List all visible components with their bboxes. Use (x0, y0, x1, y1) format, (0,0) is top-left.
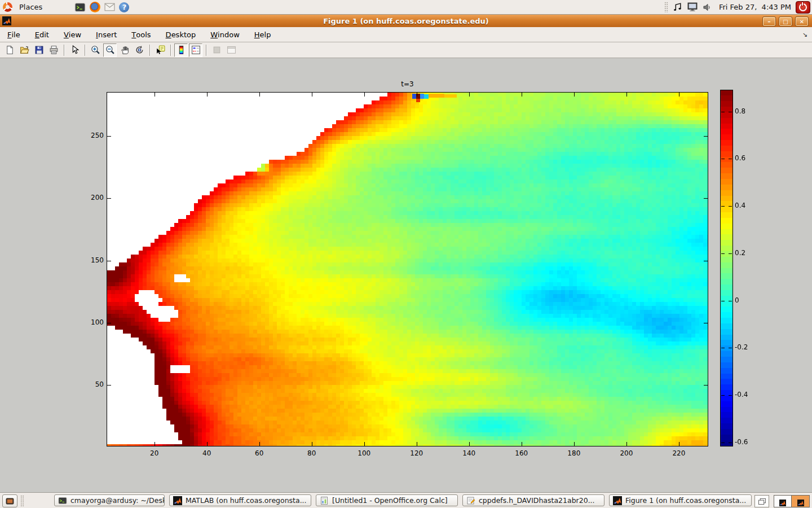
menu-insert[interactable]: Insert (89, 27, 124, 42)
axis-tick (312, 442, 312, 446)
axis-tick (417, 442, 417, 446)
y-tick-label: 150 (82, 256, 104, 264)
maximize-button[interactable]: □ (779, 16, 792, 27)
panel-launchers: ? (73, 1, 131, 14)
task-button[interactable]: cmayorga@ardusy: ~/Desktop (54, 494, 165, 506)
axis-tick (721, 159, 725, 159)
x-tick-label: 220 (667, 449, 691, 457)
minimize-button[interactable]: – (762, 16, 776, 27)
applet-drag-handle[interactable] (664, 2, 668, 12)
firefox-launcher-icon[interactable] (89, 1, 101, 14)
distro-logo-icon[interactable] (3, 2, 12, 12)
axis-tick (729, 301, 732, 301)
matlab-icon (797, 498, 804, 505)
editor-icon (466, 496, 475, 505)
figure-toolbar (0, 42, 812, 58)
menu-overflow-arrow[interactable]: ↘ (802, 31, 807, 38)
insert-colorbar-button[interactable] (174, 43, 188, 57)
axis-tick (729, 159, 732, 159)
axis-tick (469, 442, 470, 446)
axis-tick (729, 395, 732, 396)
volume-tray-icon[interactable] (701, 1, 713, 14)
terminal-launcher-icon[interactable] (74, 1, 86, 14)
colorbar-tick-label: -0.4 (735, 391, 757, 398)
top-panel: ApplicationsPlacesSystem ? Fri Feb 27, 4… (0, 0, 812, 15)
zoom-out-button[interactable] (103, 43, 117, 57)
axis-tick (574, 93, 575, 97)
taskbar-drag-handle[interactable] (20, 495, 24, 506)
task-button[interactable]: MATLAB (on huff.coas.oregonsta... (169, 494, 311, 506)
axis-tick (364, 442, 365, 446)
task-button-label: [Untitled1 - OpenOffice.org Calc] (332, 496, 448, 505)
zoom-in-button[interactable] (89, 43, 102, 57)
colorbar-tick-label: 0.4 (735, 202, 757, 209)
y-tick-label: 250 (82, 132, 104, 139)
workspace-2[interactable] (792, 496, 809, 507)
axis-tick (721, 206, 725, 207)
axis-tick (626, 442, 627, 446)
edit-plot-pointer-button[interactable] (68, 43, 81, 57)
display-tray-icon[interactable] (686, 1, 699, 14)
open-file-button[interactable] (17, 43, 31, 57)
music-tray-icon[interactable] (672, 1, 684, 14)
matlab-icon (779, 498, 786, 505)
menu-desktop[interactable]: Desktop (158, 27, 204, 42)
show-plot-tools-button (224, 43, 238, 57)
close-button[interactable]: ✕ (795, 16, 809, 27)
task-button[interactable]: [Untitled1 - OpenOffice.org Calc] (316, 494, 458, 506)
insert-legend-button[interactable] (189, 43, 202, 57)
toolbar-separator (149, 45, 150, 56)
print-figure-button[interactable] (47, 43, 60, 57)
axis-tick (704, 323, 708, 323)
axis-tick (704, 385, 708, 386)
axis-tick (107, 136, 111, 137)
axis-tick (729, 348, 732, 348)
clock[interactable]: Fri Feb 27, 4:43 PM (714, 3, 796, 11)
toolbar-separator (64, 45, 64, 56)
x-tick-label: 60 (247, 449, 272, 457)
new-figure-button[interactable] (3, 43, 16, 57)
task-button-label: cmayorga@ardusy: ~/Desktop (70, 496, 165, 505)
menu-tools[interactable]: Tools (124, 27, 158, 42)
axis-tick (721, 348, 725, 348)
axis-tick (107, 323, 111, 323)
window-titlebar[interactable]: Figure 1 (on huff.coas.oregonstate.edu) … (0, 15, 812, 27)
axis-tick (729, 443, 732, 443)
tray-icons (670, 1, 714, 14)
heatmap-canvas[interactable] (107, 93, 708, 446)
power-button[interactable] (796, 1, 810, 14)
axis-tick (155, 93, 155, 97)
email-launcher-icon[interactable] (103, 1, 116, 14)
axis-tick (207, 93, 208, 97)
window-title: Figure 1 (on huff.coas.oregonstate.edu) (0, 17, 812, 25)
data-cursor-button[interactable] (153, 43, 167, 57)
menu-help[interactable]: Help (247, 27, 279, 42)
axis-tick (704, 198, 708, 199)
show-desktop-button[interactable] (2, 494, 17, 507)
save-figure-button[interactable] (32, 43, 46, 57)
task-button[interactable]: cppdefs.h_DAVIDhasta21abr20... (462, 494, 604, 506)
axis-tick (729, 206, 732, 207)
help-launcher-icon[interactable]: ? (118, 1, 130, 14)
x-tick-label: 160 (509, 449, 534, 457)
menu-file[interactable]: File (0, 27, 28, 42)
rotate-3d-button[interactable] (133, 43, 146, 57)
axis-tick (721, 301, 725, 301)
menu-window[interactable]: Window (203, 27, 247, 42)
colorbar-tick-label: 0.6 (735, 154, 757, 162)
system-tray: Fri Feb 27, 4:43 PM (662, 0, 812, 14)
window-list-button[interactable] (754, 495, 769, 507)
workspace-1[interactable] (774, 496, 792, 507)
menu-view[interactable]: View (56, 27, 89, 42)
x-tick-label: 180 (562, 449, 586, 457)
pan-button[interactable] (118, 43, 131, 57)
axis-tick (721, 443, 725, 443)
axis-tick (155, 442, 155, 446)
x-tick-label: 140 (457, 449, 482, 457)
menu-edit[interactable]: Edit (28, 27, 56, 42)
panel-menu-places[interactable]: Places (12, 0, 70, 14)
task-button[interactable]: Figure 1 (on huff.coas.oregonsta... (609, 494, 752, 506)
calc-icon (320, 496, 329, 505)
menu-items: FileEditViewInsertToolsDesktopWindowHelp (0, 27, 278, 42)
colorbar-tick-label: -0.2 (735, 343, 757, 351)
